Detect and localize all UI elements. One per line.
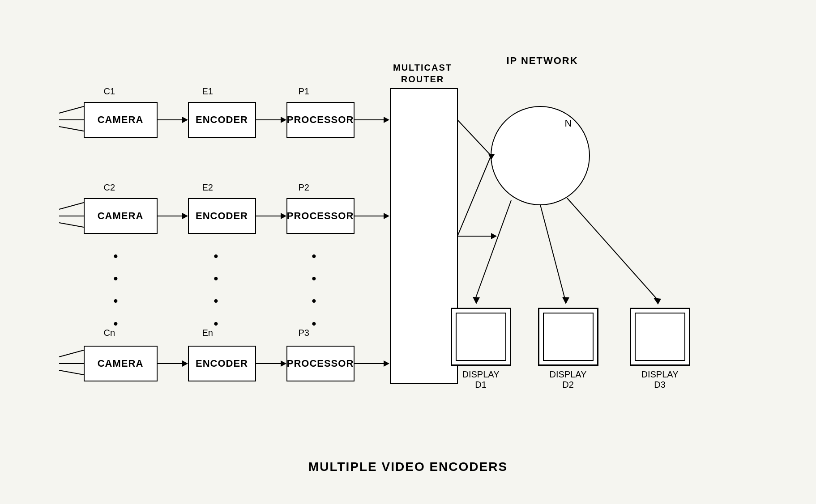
svg-line-8: [59, 370, 84, 375]
svg-marker-20: [384, 213, 389, 219]
svg-line-3: [59, 203, 84, 209]
page-title: MULTIPLE VIDEO ENCODERS: [308, 460, 508, 474]
label-c1: C1: [104, 86, 115, 97]
dots-camera: ••••: [114, 245, 118, 335]
svg-line-31: [475, 200, 511, 299]
encoder-3-block: ENCODER: [188, 346, 256, 381]
router-label: MULTICASTROUTER: [381, 62, 464, 85]
processor-2-block: PROCESSOR: [286, 198, 355, 234]
display-1-label: DISPLAYD1: [451, 369, 511, 390]
network-node-label: N: [565, 118, 572, 129]
svg-line-35: [567, 198, 657, 299]
svg-rect-27: [390, 89, 457, 384]
label-e1: E1: [202, 86, 213, 97]
display-2-inner: [543, 313, 594, 361]
camera-2-block: CAMERA: [84, 198, 158, 234]
svg-marker-24: [281, 360, 286, 367]
display-1-inner: [456, 313, 506, 361]
svg-marker-22: [182, 360, 188, 367]
label-en: En: [202, 328, 213, 338]
processor-3-block: PROCESSOR: [286, 346, 355, 381]
svg-marker-32: [473, 297, 480, 304]
network-label: IP NETWORK: [498, 55, 587, 67]
dots-processor: ••••: [312, 245, 316, 335]
display-2-box: [538, 308, 598, 366]
display-3-label: DISPLAYD3: [630, 369, 690, 390]
svg-line-6: [59, 350, 84, 357]
display-3-box: [630, 308, 690, 366]
label-p2: P2: [299, 182, 309, 193]
display-3-inner: [635, 313, 685, 361]
label-p1: P1: [299, 86, 309, 97]
encoder-2-block: ENCODER: [188, 198, 256, 234]
svg-marker-14: [384, 117, 389, 123]
svg-line-38: [457, 120, 491, 156]
camera-1-block: CAMERA: [84, 102, 158, 138]
svg-marker-10: [182, 117, 188, 123]
svg-marker-16: [182, 213, 188, 219]
label-p3: P3: [299, 328, 309, 338]
svg-line-5: [59, 223, 84, 227]
svg-line-33: [540, 205, 565, 299]
svg-marker-36: [654, 298, 661, 305]
svg-line-2: [59, 127, 84, 131]
camera-3-block: CAMERA: [84, 346, 158, 381]
svg-line-0: [59, 106, 84, 113]
svg-point-30: [491, 106, 590, 205]
label-c2: C2: [104, 182, 115, 193]
dots-encoder: ••••: [214, 245, 218, 335]
display-1-box: [451, 308, 511, 366]
diagram: C1 E1 P1 CAMERA ENCODER PROCESSOR C2 E2 …: [50, 30, 766, 455]
label-e2: E2: [202, 182, 213, 193]
svg-marker-29: [491, 233, 497, 239]
svg-marker-34: [562, 297, 569, 304]
display-2-label: DISPLAYD2: [538, 369, 598, 390]
label-cn: Cn: [104, 328, 115, 338]
svg-marker-26: [384, 360, 389, 367]
svg-line-39: [457, 156, 491, 236]
encoder-1-block: ENCODER: [188, 102, 256, 138]
svg-marker-18: [281, 213, 286, 219]
svg-marker-12: [281, 117, 286, 123]
processor-1-block: PROCESSOR: [286, 102, 355, 138]
